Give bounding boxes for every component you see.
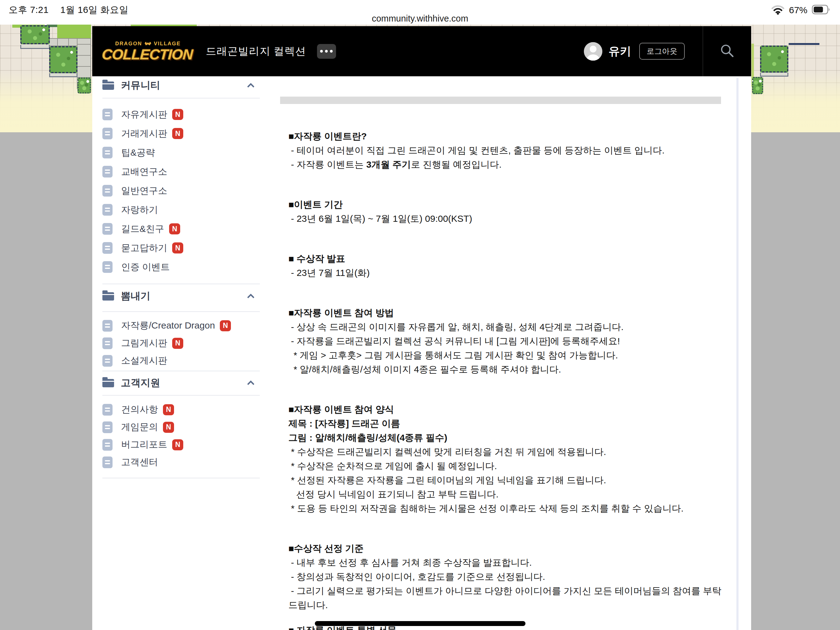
sidebar-item-tips[interactable]: 팁&공략 [103,143,260,162]
sidebar: 커뮤니티 자유게시판 N 거래게시판 N 팁&공략 교배연구소 [103,76,260,478]
body-line: * 도용 등 타인의 저작권을 침해하는 게시물은 선정 이후라도 삭제 등의 … [288,502,723,516]
document-icon [103,439,112,451]
folder-icon [103,82,114,90]
logout-button[interactable]: 로그아웃 [639,43,685,60]
sidebar-item-customer-center[interactable]: 고객센터 [103,453,260,471]
body-line: * 수상작은 드래곤빌리지 컬렉션에 맞게 리터칭을 거친 뒤 게임에 적용됩니… [288,445,723,459]
document-icon [103,404,112,416]
grass-patch [57,25,91,39]
sidebar-item-suggestions[interactable]: 건의사항 N [103,401,260,418]
section-heading: ■수상작 선정 기준 [288,541,723,556]
sidebar-item-label: 소설게시판 [121,355,167,367]
wifi-icon [771,4,785,16]
sidebar-item-label: 게임문의 [121,421,158,434]
sidebar-item-label: 길드&친구 [121,223,164,235]
new-badge: N [220,320,231,331]
planter-base [20,45,50,49]
sidebar-item-label: 자작룡/Creator Dragon [121,319,215,332]
new-badge: N [172,242,183,253]
sidebar-item-label: 고객센터 [121,456,158,469]
search-icon[interactable] [719,43,735,60]
document-icon [103,355,112,367]
redaction-bar [315,621,526,626]
sidebar-item-game-inquiry[interactable]: 게임문의 N [103,418,260,436]
sidebar-item-label: 교배연구소 [121,166,167,178]
sidebar-item-label: 거래게시판 [121,127,167,140]
sidebar-item-label: 건의사항 [121,403,158,416]
folder-icon [103,379,114,387]
body-line: - 창의성과 독창적인 아이디어, 호감도를 기준으로 선정됩니다. [288,570,723,584]
bat-icon [145,42,152,46]
section-heading: ■이벤트 기간 [288,198,723,212]
sidebar-item-label: 인증 이벤트 [121,261,170,274]
sidebar-item-art-board[interactable]: 그림게시판 N [103,334,260,352]
chevron-up-icon [247,83,254,90]
sidebar-item-label: 묻고답하기 [121,242,167,255]
sidebar-item-breeding-lab[interactable]: 교배연구소 [103,162,260,181]
site-panel: DRAGON VILLAGE COLLECTION 드래곤빌리지 컬렉션 유키 … [92,26,751,630]
post-content: ■자작룡 이벤트란? - 테이머 여러분이 직접 그린 드래곤이 게임 및 컨텐… [280,76,723,630]
new-badge: N [172,128,183,139]
sidebar-item-general-lab[interactable]: 일반연구소 [103,181,260,200]
dragon-village-logo[interactable]: DRAGON VILLAGE COLLECTION [101,41,193,62]
document-icon [103,147,112,158]
divider [103,311,260,312]
sidebar-section-showcase[interactable]: 뽐내기 [103,290,260,303]
entry-format-images: 그림 : 알/해치/해츨링/성체(4종류 필수) [288,431,723,445]
battery-percent: 67% [789,5,807,15]
new-badge: N [163,404,174,415]
logo-title: COLLECTION [101,47,193,62]
sidebar-item-label: 자랑하기 [121,204,158,216]
folder-icon [103,292,114,301]
bush-planter [760,46,788,73]
vertical-scrollbar[interactable] [736,78,739,630]
new-badge: N [172,439,183,450]
sidebar-item-novel-board[interactable]: 소설게시판 [103,352,260,369]
address-bar[interactable]: community.withhive.com [0,14,840,24]
sidebar-item-bug-report[interactable]: 버그리포트 N [103,436,260,453]
avatar[interactable] [584,42,602,60]
sidebar-item-free-board[interactable]: 자유게시판 N [103,105,260,124]
divider [103,283,260,284]
sidebar-item-creator-dragon[interactable]: 자작룡/Creator Dragon N [103,317,260,334]
new-badge: N [163,422,174,433]
sidebar-item-label: 버그리포트 [121,438,167,451]
document-icon [103,337,112,349]
section-heading: ■자작룡 이벤트란? [288,129,723,143]
sidebar-item-trade-board[interactable]: 거래게시판 N [103,124,260,143]
sidebar-section-title: 커뮤니티 [121,79,160,92]
sidebar-section-community[interactable]: 커뮤니티 [103,79,260,92]
planter-base [760,73,788,77]
sidebar-item-cert-event[interactable]: 인증 이벤트 [103,258,260,277]
site-header: DRAGON VILLAGE COLLECTION 드래곤빌리지 컬렉션 유키 … [92,26,751,76]
document-icon [103,109,112,120]
document-icon [103,185,112,196]
document-icon [103,261,112,273]
document-icon [103,204,112,216]
sidebar-section-title: 고객지원 [121,376,160,390]
body-line: - 23년 6월 1일(목) ~ 7월 1일(토) 09:00(KST) [288,212,723,226]
sidebar-item-label: 일반연구소 [121,185,167,197]
document-icon [103,456,112,468]
sidebar-item-guild-friends[interactable]: 길드&친구 N [103,219,260,238]
sidebar-item-label: 자유게시판 [121,108,167,121]
body-line: - 23년 7월 11일(화) [288,266,723,280]
more-options-icon [320,50,323,52]
bush-small [752,77,763,94]
post-section-period: ■이벤트 기간 - 23년 6월 1일(목) ~ 7월 1일(토) 09:00(… [288,198,723,226]
new-badge: N [169,223,180,234]
content-top-bar [280,97,721,104]
bush-planter [20,25,50,44]
section-heading: ■ 수상작 발표 [288,252,723,266]
sidebar-item-show-off[interactable]: 자랑하기 [103,200,260,219]
sidebar-item-qna[interactable]: 묻고답하기 N [103,238,260,258]
document-icon [103,223,112,235]
more-options-button[interactable] [317,44,336,59]
body-line: * 알/해치/해츨링/성체 이미지 4종은 필수로 등록해 주셔야 합니다. [288,362,723,377]
post-section-announcement: ■ 수상작 발표 - 23년 7월 11일(화) [288,252,723,280]
bush-small [77,78,91,93]
sidebar-section-support[interactable]: 고객지원 [103,376,260,390]
post-section-what-is: ■자작룡 이벤트란? - 테이머 여러분이 직접 그린 드래곤이 게임 및 컨텐… [288,129,723,172]
divider [103,371,260,371]
post-section-how-to: ■자작룡 이벤트 참여 방법 - 상상 속 드래곤의 이미지를 자유롭게 알, … [288,306,723,377]
